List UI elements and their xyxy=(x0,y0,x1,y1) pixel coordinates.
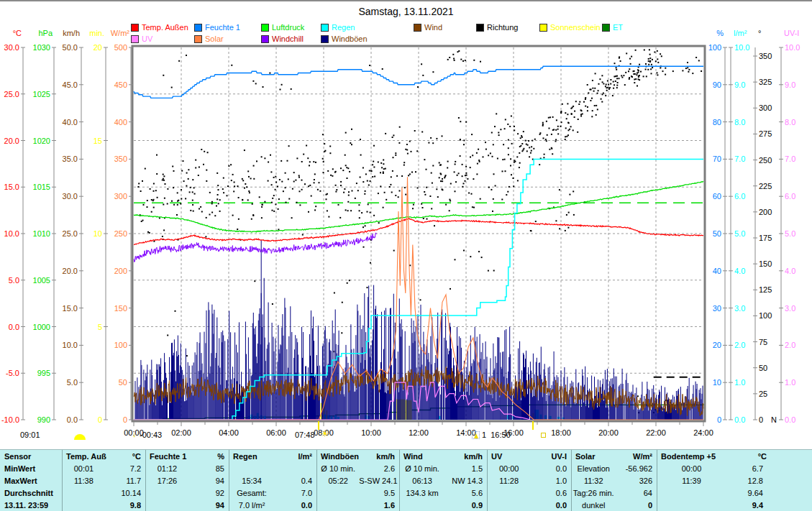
sensor-name: UV xyxy=(488,450,532,463)
table-cell-value: 326 xyxy=(615,475,657,487)
day-length-value: 09:01 xyxy=(20,431,40,439)
svg-text:30: 30 xyxy=(713,304,721,313)
svg-text:300: 300 xyxy=(114,192,127,201)
svg-text:hPa: hPa xyxy=(38,29,53,37)
table-column: SensorMinWertMaxWertDurchschnitt13.11. 2… xyxy=(0,450,62,511)
table-row: 92 xyxy=(146,487,229,500)
svg-text:6.0: 6.0 xyxy=(785,192,795,201)
svg-text:200: 200 xyxy=(114,267,127,275)
table-row: 11:3912.8 xyxy=(657,475,812,487)
table-row: 11:281.0 xyxy=(488,475,571,487)
svg-text:0: 0 xyxy=(123,415,127,424)
sunset-label: 1 16:50 xyxy=(482,431,511,439)
table-row: 0.6 xyxy=(488,487,571,500)
table-row: 10.14 xyxy=(63,487,145,500)
table-column: Temp. Außen°C00:017.211:3811.710.149.8 xyxy=(62,450,145,511)
table-cell-value: 0.0 xyxy=(530,463,571,475)
table-column: Windböenkm/hØ 10 min.2.605:22S-SW 24.19.… xyxy=(316,450,399,511)
table-cell-value xyxy=(274,463,316,475)
sensor-name: Solar xyxy=(572,450,617,463)
table-cell-label xyxy=(63,500,105,511)
table-cell-label: Ø 10 min. xyxy=(317,463,359,475)
svg-text:9.0: 9.0 xyxy=(734,80,745,89)
table-cell-value: 0.6 xyxy=(530,487,571,500)
table-cell-value: 9.5 xyxy=(359,487,399,500)
table-cell-label xyxy=(63,487,105,500)
svg-text:100: 100 xyxy=(708,43,721,52)
svg-text:4.0: 4.0 xyxy=(734,267,745,275)
table-cell-label xyxy=(657,487,726,500)
table-column: UVUV-I00:000.011:281.00.60.0 xyxy=(487,450,571,511)
table-row: Gesamt:7.0 xyxy=(229,487,316,500)
table-row: 0.0 xyxy=(488,500,571,511)
svg-text:20: 20 xyxy=(93,43,102,52)
table-cell-label: 06:13 xyxy=(400,475,444,487)
axis-lm: 10.09.08.07.06.05.04.03.02.01.00.0l/m² xyxy=(729,29,749,424)
svg-text:10:00: 10:00 xyxy=(361,428,381,437)
table-row-label: Durchschnitt xyxy=(0,487,62,500)
sunrise-label: 07:48 xyxy=(295,431,315,439)
table-header-row: Regenl/m² xyxy=(229,450,316,463)
svg-text:300: 300 xyxy=(759,103,772,112)
table-row: 00:000.0 xyxy=(488,463,571,475)
svg-text:50: 50 xyxy=(713,229,721,238)
table-cell-value: 1.6 xyxy=(359,500,399,511)
table-row: 11:32326 xyxy=(572,475,657,487)
sunset-value: 16:50 xyxy=(491,431,511,439)
table-cell-value: 0.0 xyxy=(530,500,571,511)
svg-text:70: 70 xyxy=(713,155,721,163)
axis-C: 30.025.020.015.010.05.00.0-5.0-10.0°C xyxy=(1,29,25,424)
table-cell-label: 05:22 xyxy=(317,475,359,487)
svg-text:W/m²: W/m² xyxy=(111,29,130,37)
sensor-name: Feuchte 1 xyxy=(146,450,190,463)
axis-hPa: 1030102510201015101010051000995990hPa xyxy=(33,29,56,424)
svg-text:325: 325 xyxy=(759,78,772,86)
sensor-name: Bodentemp +5 xyxy=(657,450,729,463)
svg-text:3.0: 3.0 xyxy=(785,304,795,313)
svg-text:350: 350 xyxy=(114,155,127,163)
moon-phase-icon xyxy=(472,431,480,439)
svg-text:90: 90 xyxy=(713,80,721,89)
axis-UVI: 10.09.08.07.06.05.04.03.02.01.00.0UV-I xyxy=(779,29,800,424)
svg-text:1010: 1010 xyxy=(33,229,50,238)
svg-text:25: 25 xyxy=(759,390,767,398)
day-length-label: 09:01 xyxy=(20,431,40,439)
svg-text:150: 150 xyxy=(114,304,127,313)
table-cell-label: Gesamt: xyxy=(229,487,274,500)
table-row: Ø 10 min.2.6 xyxy=(317,463,399,475)
table-header-row: Temp. Außen°C xyxy=(63,450,145,463)
table-row: 11:3811.7 xyxy=(63,475,145,487)
day-delta-value: -00:43 xyxy=(140,431,162,439)
svg-text:30.0: 30.0 xyxy=(4,43,19,52)
table-cell-label: Elevation xyxy=(572,463,615,475)
svg-text:60: 60 xyxy=(713,192,721,201)
table-cell-value: 94 xyxy=(188,500,229,511)
svg-text:500: 500 xyxy=(114,43,127,52)
table-cell-value: 7.0 xyxy=(274,487,316,500)
table-row: 17:2694 xyxy=(146,475,229,487)
svg-text:1030: 1030 xyxy=(33,43,50,52)
svg-text:0: 0 xyxy=(717,415,721,424)
table-cell-value: 12.8 xyxy=(726,475,767,487)
table-column: Windkm/hØ 10 min.1.506:13NW 14.3134.3 km… xyxy=(399,450,487,511)
svg-text:10: 10 xyxy=(713,378,721,387)
svg-text:75: 75 xyxy=(759,338,767,346)
svg-text:0: 0 xyxy=(98,415,102,424)
summary-table: SensorMinWertMaxWertDurchschnitt13.11. 2… xyxy=(0,449,812,511)
table-cell-value: S-SW 24.1 xyxy=(359,475,399,487)
table-cell-label: 15:34 xyxy=(229,475,274,487)
table-cell-value: 0.4 xyxy=(274,475,316,487)
table-cell-value: 0 xyxy=(615,500,657,511)
table-row: 94 xyxy=(146,500,229,511)
sensor-unit: km/h xyxy=(446,450,487,463)
table-cell-value: 9.4 xyxy=(726,500,767,511)
svg-text:250: 250 xyxy=(114,229,127,238)
svg-text:995: 995 xyxy=(37,369,50,377)
svg-text:1000: 1000 xyxy=(33,323,50,331)
svg-text:150: 150 xyxy=(759,259,772,268)
sensor-name: Temp. Außen xyxy=(63,450,106,463)
table-cell-label: 00:00 xyxy=(657,463,726,475)
svg-text:20.0: 20.0 xyxy=(4,137,19,145)
table-cell-label: 11:28 xyxy=(488,475,530,487)
svg-text:UV-I: UV-I xyxy=(784,29,799,37)
